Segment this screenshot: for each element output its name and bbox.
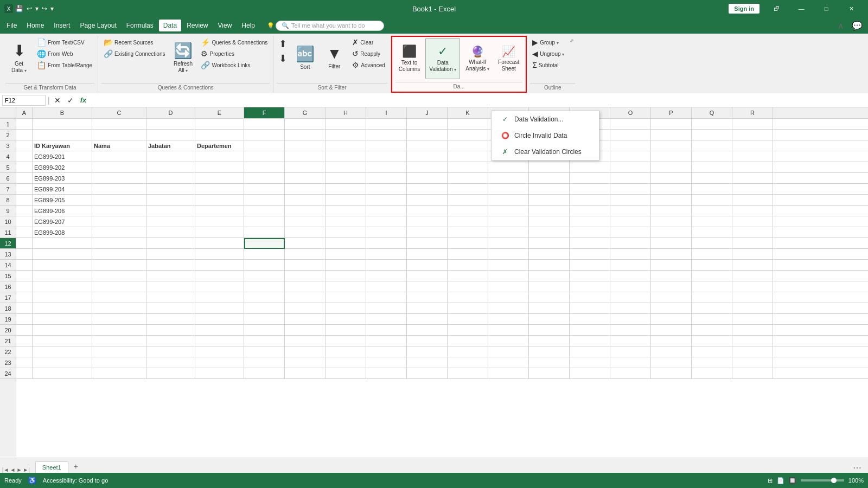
cell-B24[interactable] — [33, 368, 92, 379]
cell-O10[interactable] — [610, 216, 651, 227]
cell-I23[interactable] — [366, 357, 407, 368]
cell-I10[interactable] — [366, 216, 407, 227]
sheet-tab-sheet1[interactable]: Sheet1 — [35, 461, 68, 473]
cell-B7[interactable]: EG899-204 — [33, 184, 92, 195]
cell-G18[interactable] — [285, 303, 326, 314]
cell-H7[interactable] — [326, 184, 366, 195]
cell-L9[interactable] — [488, 206, 529, 216]
cell-A6[interactable] — [16, 173, 33, 184]
cell-L10[interactable] — [488, 216, 529, 227]
row-num-24[interactable]: 24 — [0, 368, 16, 379]
cell-P6[interactable] — [651, 173, 692, 184]
cell-J13[interactable] — [407, 249, 448, 260]
cell-G10[interactable] — [285, 216, 326, 227]
col-header-R[interactable]: R — [732, 107, 773, 118]
cell-A9[interactable] — [16, 206, 33, 216]
cell-R20[interactable] — [732, 325, 773, 336]
cell-K3[interactable] — [448, 140, 488, 151]
col-header-P[interactable]: P — [651, 107, 692, 118]
cell-R23[interactable] — [732, 357, 773, 368]
cell-G13[interactable] — [285, 249, 326, 260]
cell-R10[interactable] — [732, 216, 773, 227]
cell-E6[interactable] — [195, 173, 244, 184]
cell-I1[interactable] — [366, 119, 407, 130]
cell-L13[interactable] — [488, 249, 529, 260]
subtotal-button[interactable]: Σ Subtotal — [530, 60, 566, 70]
cell-R11[interactable] — [732, 227, 773, 238]
cell-D14[interactable] — [146, 260, 195, 271]
cell-D23[interactable] — [146, 357, 195, 368]
cell-C3[interactable]: Nama — [92, 140, 146, 151]
col-header-H[interactable]: H — [326, 107, 366, 118]
cell-C8[interactable] — [92, 195, 146, 206]
cell-G22[interactable] — [285, 346, 326, 357]
cell-Q23[interactable] — [692, 357, 732, 368]
cell-M5[interactable] — [529, 162, 570, 173]
cell-K18[interactable] — [448, 303, 488, 314]
circle-invalid-menu-item[interactable]: ⭕ Circle Invalid Data — [492, 127, 599, 144]
cell-I15[interactable] — [366, 271, 407, 281]
cell-M14[interactable] — [529, 260, 570, 271]
cell-C16[interactable] — [92, 281, 146, 292]
cell-O20[interactable] — [610, 325, 651, 336]
cell-J21[interactable] — [407, 336, 448, 346]
col-header-C[interactable]: C — [92, 107, 146, 118]
cell-O8[interactable] — [610, 195, 651, 206]
cell-P17[interactable] — [651, 292, 692, 303]
cell-A17[interactable] — [16, 292, 33, 303]
cell-H14[interactable] — [326, 260, 366, 271]
cell-M20[interactable] — [529, 325, 570, 336]
cell-M22[interactable] — [529, 346, 570, 357]
cell-K24[interactable] — [448, 368, 488, 379]
row-num-17[interactable]: 17 — [0, 292, 16, 303]
cell-I7[interactable] — [366, 184, 407, 195]
cell-K14[interactable] — [448, 260, 488, 271]
cell-Q19[interactable] — [692, 314, 732, 325]
cell-K9[interactable] — [448, 206, 488, 216]
cell-R9[interactable] — [732, 206, 773, 216]
customize-icon[interactable]: ▾ — [49, 5, 55, 12]
cell-F6[interactable] — [244, 173, 285, 184]
row-num-21[interactable]: 21 — [0, 336, 16, 346]
cell-P22[interactable] — [651, 346, 692, 357]
cell-P5[interactable] — [651, 162, 692, 173]
cell-Q12[interactable] — [692, 238, 732, 249]
row-num-9[interactable]: 9 — [0, 206, 16, 216]
cell-D15[interactable] — [146, 271, 195, 281]
cell-P8[interactable] — [651, 195, 692, 206]
row-num-15[interactable]: 15 — [0, 271, 16, 281]
cell-L23[interactable] — [488, 357, 529, 368]
cell-R24[interactable] — [732, 368, 773, 379]
cell-E1[interactable] — [195, 119, 244, 130]
cell-I21[interactable] — [366, 336, 407, 346]
cell-I18[interactable] — [366, 303, 407, 314]
cell-C15[interactable] — [92, 271, 146, 281]
cell-B13[interactable] — [33, 249, 92, 260]
cell-B21[interactable] — [33, 336, 92, 346]
cell-D2[interactable] — [146, 130, 195, 140]
cell-H8[interactable] — [326, 195, 366, 206]
cell-E14[interactable] — [195, 260, 244, 271]
cell-K15[interactable] — [448, 271, 488, 281]
cell-I11[interactable] — [366, 227, 407, 238]
cell-O19[interactable] — [610, 314, 651, 325]
cell-C24[interactable] — [92, 368, 146, 379]
cell-M17[interactable] — [529, 292, 570, 303]
cell-J8[interactable] — [407, 195, 448, 206]
row-num-23[interactable]: 23 — [0, 357, 16, 368]
cell-A12[interactable] — [16, 238, 33, 249]
cell-R4[interactable] — [732, 151, 773, 162]
cell-B22[interactable] — [33, 346, 92, 357]
cell-N20[interactable] — [570, 325, 610, 336]
cell-Q10[interactable] — [692, 216, 732, 227]
sort-button[interactable]: 🔤 Sort — [291, 37, 318, 78]
cell-E15[interactable] — [195, 271, 244, 281]
cell-H21[interactable] — [326, 336, 366, 346]
menu-help[interactable]: Help — [237, 20, 259, 31]
cell-A24[interactable] — [16, 368, 33, 379]
cell-H20[interactable] — [326, 325, 366, 336]
cell-D18[interactable] — [146, 303, 195, 314]
cell-H10[interactable] — [326, 216, 366, 227]
cell-G5[interactable] — [285, 162, 326, 173]
cell-E16[interactable] — [195, 281, 244, 292]
